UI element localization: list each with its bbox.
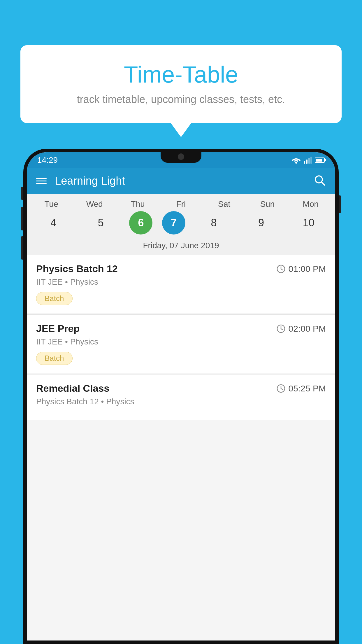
class-meta-2: IIT JEE • Physics bbox=[36, 337, 326, 346]
signal-icon bbox=[304, 157, 312, 164]
page-title: Time-Table bbox=[38, 61, 324, 88]
svg-point-0 bbox=[295, 162, 297, 164]
calendar-strip: Tue Wed Thu Fri Sat Sun Mon 4 5 6 7 8 9 … bbox=[27, 194, 335, 255]
batch-tag: Batch bbox=[36, 292, 73, 305]
clock-icon bbox=[276, 264, 286, 274]
class-card-remedial[interactable]: Remedial Class 05:25 PM Physics Batch 12… bbox=[27, 374, 335, 420]
speech-bubble: Time-Table track timetable, upcoming cla… bbox=[20, 45, 342, 123]
svg-line-15 bbox=[281, 388, 283, 390]
day-header-thu: Thu bbox=[119, 200, 157, 209]
day-numbers: 4 5 6 7 8 9 10 bbox=[27, 211, 335, 235]
class-name: Physics Batch 12 bbox=[36, 263, 118, 274]
clock-icon-3 bbox=[276, 384, 286, 393]
class-card-physics-batch-12[interactable]: Physics Batch 12 01:00 PM IIT JEE • Phys… bbox=[27, 255, 335, 313]
status-time: 14:29 bbox=[37, 155, 58, 165]
clock-icon-2 bbox=[276, 324, 286, 333]
class-card-header: Physics Batch 12 01:00 PM bbox=[36, 263, 326, 274]
svg-line-12 bbox=[281, 329, 283, 330]
day-5[interactable]: 5 bbox=[82, 211, 120, 235]
svg-line-9 bbox=[281, 269, 283, 270]
wifi-icon bbox=[291, 157, 301, 164]
class-meta-3: Physics Batch 12 • Physics bbox=[36, 397, 326, 406]
day-10[interactable]: 10 bbox=[290, 211, 328, 235]
hamburger-menu-icon[interactable] bbox=[36, 176, 47, 186]
class-time-text: 01:00 PM bbox=[289, 264, 326, 274]
speech-bubble-container: Time-Table track timetable, upcoming cla… bbox=[20, 45, 342, 123]
svg-rect-4 bbox=[310, 157, 312, 164]
class-list: Physics Batch 12 01:00 PM IIT JEE • Phys… bbox=[27, 255, 335, 420]
class-time: 01:00 PM bbox=[276, 264, 326, 274]
class-name-2: JEE Prep bbox=[36, 323, 80, 334]
day-header-fri: Fri bbox=[162, 200, 200, 209]
selected-date: Friday, 07 June 2019 bbox=[27, 239, 335, 255]
phone-btn-left-1 bbox=[21, 187, 23, 200]
day-header-sun: Sun bbox=[249, 200, 287, 209]
day-8[interactable]: 8 bbox=[195, 211, 233, 235]
app-title: Learning Light bbox=[55, 175, 314, 187]
day-headers: Tue Wed Thu Fri Sat Sun Mon bbox=[27, 200, 335, 209]
class-time-text-2: 02:00 PM bbox=[289, 324, 326, 334]
status-icons bbox=[291, 157, 325, 164]
class-name-3: Remedial Class bbox=[36, 383, 109, 394]
class-time-text-3: 05:25 PM bbox=[289, 384, 326, 393]
class-card-header-2: JEE Prep 02:00 PM bbox=[36, 323, 326, 334]
class-meta: IIT JEE • Physics bbox=[36, 277, 326, 287]
page-subtitle: track timetable, upcoming classes, tests… bbox=[38, 93, 324, 106]
batch-tag-2: Batch bbox=[36, 352, 73, 365]
phone-screen: 14:29 bbox=[27, 152, 335, 640]
svg-line-6 bbox=[321, 182, 325, 185]
phone-btn-right bbox=[339, 195, 341, 213]
svg-rect-3 bbox=[308, 158, 310, 164]
day-header-sat: Sat bbox=[205, 200, 243, 209]
day-6-today[interactable]: 6 bbox=[129, 211, 152, 235]
day-4[interactable]: 4 bbox=[34, 211, 72, 235]
app-bar: Learning Light bbox=[27, 168, 335, 194]
battery-icon bbox=[315, 158, 325, 163]
class-card-header-3: Remedial Class 05:25 PM bbox=[36, 383, 326, 394]
svg-rect-2 bbox=[306, 160, 307, 164]
phone-outer: 14:29 bbox=[23, 149, 339, 644]
svg-rect-1 bbox=[304, 161, 305, 164]
phone-camera bbox=[178, 153, 184, 160]
class-time-2: 02:00 PM bbox=[276, 324, 326, 334]
day-9[interactable]: 9 bbox=[242, 211, 280, 235]
search-icon bbox=[314, 174, 326, 186]
phone-frame: 14:29 bbox=[23, 149, 339, 644]
phone-btn-left-3 bbox=[21, 236, 23, 260]
phone-btn-left-2 bbox=[21, 207, 23, 230]
day-header-wed: Wed bbox=[75, 200, 113, 209]
search-button[interactable] bbox=[314, 174, 326, 188]
day-7-selected[interactable]: 7 bbox=[162, 211, 185, 235]
day-header-tue: Tue bbox=[32, 200, 70, 209]
class-card-jee-prep[interactable]: JEE Prep 02:00 PM IIT JEE • Physics Batc… bbox=[27, 315, 335, 373]
class-time-3: 05:25 PM bbox=[276, 384, 326, 393]
day-header-mon: Mon bbox=[292, 200, 330, 209]
